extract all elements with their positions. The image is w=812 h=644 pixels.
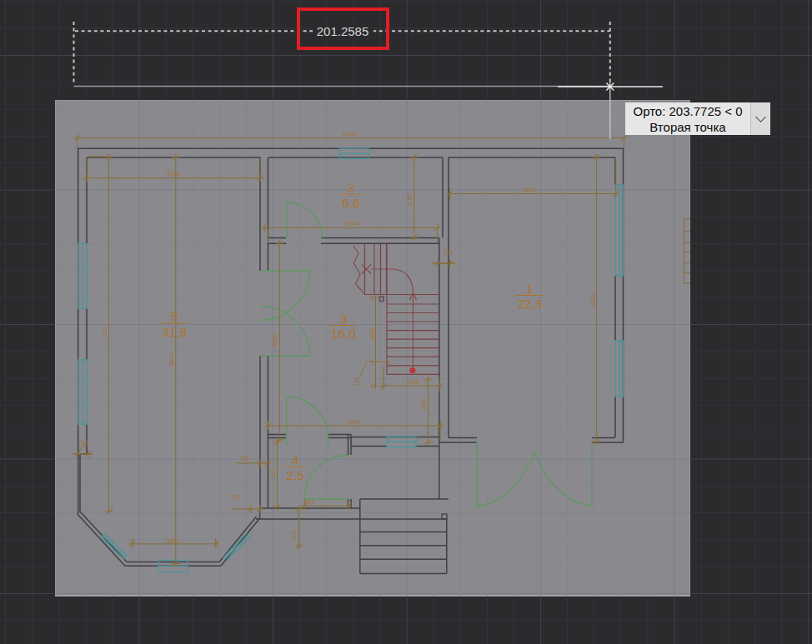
svg-text:1: 1 bbox=[526, 282, 534, 296]
svg-text:200: 200 bbox=[231, 494, 240, 500]
svg-text:220: 220 bbox=[291, 529, 297, 538]
svg-text:3740: 3740 bbox=[348, 419, 361, 425]
svg-text:1800: 1800 bbox=[167, 538, 180, 544]
svg-text:220: 220 bbox=[444, 250, 454, 256]
svg-text:6,6: 6,6 bbox=[342, 196, 360, 210]
svg-text:155: 155 bbox=[354, 377, 360, 386]
svg-text:6180: 6180 bbox=[590, 293, 596, 307]
svg-text:201.2585: 201.2585 bbox=[317, 24, 369, 38]
svg-text:11900: 11900 bbox=[343, 131, 358, 137]
svg-text:1120: 1120 bbox=[406, 379, 419, 385]
svg-text:150: 150 bbox=[241, 456, 250, 462]
svg-text:3740: 3740 bbox=[346, 221, 359, 227]
svg-text:310: 310 bbox=[270, 468, 276, 477]
svg-text:31,9: 31,9 bbox=[162, 325, 187, 339]
svg-text:22,3: 22,3 bbox=[517, 297, 542, 311]
svg-text:220: 220 bbox=[79, 440, 88, 446]
svg-text:4280: 4280 bbox=[272, 334, 278, 347]
svg-text:2: 2 bbox=[348, 180, 355, 194]
svg-text:910: 910 bbox=[305, 499, 315, 505]
svg-text:4: 4 bbox=[292, 453, 299, 467]
svg-text:16,0: 16,0 bbox=[331, 327, 357, 341]
svg-text:1185: 1185 bbox=[369, 327, 375, 340]
svg-text:7710: 7710 bbox=[102, 327, 108, 340]
svg-text:2,5: 2,5 bbox=[286, 468, 304, 482]
svg-text:1355: 1355 bbox=[421, 398, 427, 412]
svg-text:3: 3 bbox=[340, 312, 348, 326]
svg-text:5: 5 bbox=[171, 309, 178, 323]
svg-text:3760: 3760 bbox=[167, 171, 180, 177]
svg-text:3610: 3610 bbox=[524, 187, 537, 192]
svg-text:8840: 8840 bbox=[169, 353, 175, 367]
svg-text:1160: 1160 bbox=[407, 193, 413, 206]
